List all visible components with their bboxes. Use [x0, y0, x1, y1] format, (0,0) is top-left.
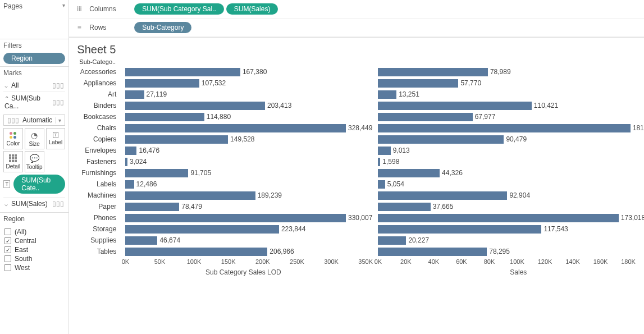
region-option-west[interactable]: West [3, 263, 65, 272]
filter-pill-region[interactable]: Region [3, 53, 65, 64]
region-option-central[interactable]: ✓Central [3, 236, 65, 245]
region-option-south[interactable]: South [3, 254, 65, 263]
category-label[interactable]: Fasteners [77, 156, 120, 167]
label-button[interactable]: T Label [46, 128, 66, 149]
bar-row[interactable]: 27,119 [125, 89, 372, 100]
category-label[interactable]: Phones [77, 212, 120, 223]
bar-row[interactable]: 9,013 [378, 145, 644, 156]
bar-row[interactable]: 330,007 [125, 212, 372, 223]
category-label[interactable]: Chairs [77, 122, 120, 134]
marks-label: Marks [3, 69, 65, 77]
column-pill[interactable]: SUM(Sales) [226, 3, 278, 15]
category-label[interactable]: Art [77, 89, 120, 100]
sheet-title[interactable]: Sheet 5 [69, 38, 644, 58]
bar-row[interactable]: 57,770 [378, 77, 644, 89]
pages-shelf[interactable]: Pages ▾ [0, 0, 68, 39]
data-label: 328,449 [348, 124, 372, 132]
bar-row[interactable]: 13,251 [378, 89, 644, 100]
color-button[interactable]: Color [3, 128, 23, 149]
region-option-all[interactable]: (All) [3, 227, 65, 236]
checkbox-icon: ✓ [4, 237, 11, 244]
bar-row[interactable]: 110,421 [378, 100, 644, 111]
category-label[interactable]: Appliances [77, 77, 120, 89]
bar-row[interactable]: 149,528 [125, 134, 372, 145]
bar-row[interactable]: 78,295 [378, 246, 644, 257]
axis-tick: 80K [484, 258, 495, 265]
data-label: 78,989 [490, 68, 511, 76]
bar [378, 113, 472, 121]
axis-tick: 0K [122, 258, 129, 265]
bar-row[interactable]: 181,491 [378, 122, 644, 134]
marks-row-sum-subcat[interactable]: ⌃SUM(Sub Ca... ▯▯▯ [3, 92, 65, 112]
bar-row[interactable]: 37,665 [378, 201, 644, 212]
bar-row[interactable]: 223,844 [125, 223, 372, 235]
text-encoding-icon[interactable]: T [3, 180, 10, 188]
data-label: 20,227 [408, 236, 429, 244]
bar-row[interactable]: 91,705 [125, 167, 372, 179]
tooltip-button[interactable]: 💬 Tooltip [25, 151, 44, 172]
category-label[interactable]: Tables [77, 246, 120, 257]
bar-row[interactable]: 107,532 [125, 77, 372, 89]
category-label[interactable]: Copiers [77, 134, 120, 145]
mark-type-select[interactable]: ▯▯▯ Automatic ▾ [3, 115, 65, 126]
bar [125, 113, 204, 121]
bar-row[interactable]: 78,989 [378, 66, 644, 77]
region-option-east[interactable]: ✓East [3, 245, 65, 254]
checkbox-icon [4, 255, 11, 262]
bar-row[interactable]: 44,326 [378, 167, 644, 179]
bar [125, 135, 228, 144]
column-pill[interactable]: SUM(Sub Category Sal.. [134, 3, 223, 15]
marks-row-all[interactable]: ⌵All ▯▯▯ [3, 79, 65, 92]
bar-row[interactable]: 167,380 [125, 66, 372, 77]
marks-row-sum-sales[interactable]: ⌵SUM(Sales) ▯▯▯ [3, 197, 65, 210]
bar-row[interactable]: 206,966 [125, 246, 372, 257]
marks-label-pill-row: T SUM(Sub Cate.. [3, 175, 65, 194]
filters-shelf[interactable]: Filters Region [0, 39, 68, 67]
data-label: 117,543 [543, 225, 568, 233]
bar-row[interactable]: 1,598 [378, 156, 644, 167]
chevron-down-icon: ⌵ [4, 201, 11, 207]
category-label[interactable]: Furnishings [77, 167, 120, 179]
category-label[interactable]: Binders [77, 100, 120, 111]
bar [125, 124, 346, 132]
bar-row[interactable]: 203,413 [125, 100, 372, 111]
bar-row[interactable]: 5,054 [378, 179, 644, 190]
axis-tick: 160K [593, 258, 608, 265]
bar-row[interactable]: 117,543 [378, 223, 644, 235]
label-pill-sum-subcat[interactable]: SUM(Sub Cate.. [13, 175, 65, 194]
category-label[interactable]: Bookcases [77, 111, 120, 122]
category-label[interactable]: Machines [77, 190, 120, 201]
bar-row[interactable]: 92,904 [378, 190, 644, 201]
category-label[interactable]: Envelopes [77, 145, 120, 156]
bar-row[interactable]: 12,486 [125, 179, 372, 190]
bar-row[interactable]: 189,239 [125, 190, 372, 201]
columns-shelf[interactable]: iii Columns SUM(Sub Category Sal..SUM(Sa… [69, 0, 644, 19]
bar-row[interactable]: 20,227 [378, 235, 644, 246]
detail-button[interactable]: Detail [3, 151, 23, 172]
bar-row[interactable]: 3,024 [125, 156, 372, 167]
bar-row[interactable]: 90,479 [378, 134, 644, 145]
category-label[interactable]: Paper [77, 201, 120, 212]
bar-row[interactable]: 16,476 [125, 145, 372, 156]
category-label[interactable]: Accessories [77, 66, 120, 77]
bar-row[interactable]: 67,977 [378, 111, 644, 122]
rows-icon: ≡ [75, 24, 84, 31]
rows-shelf[interactable]: ≡ Rows Sub-Category [69, 19, 644, 37]
chart-sales[interactable]: 78,98957,77013,251110,42167,977181,49190… [378, 66, 644, 267]
pages-dropdown-icon[interactable]: ▾ [62, 2, 65, 8]
bar-row[interactable]: 173,018 [378, 212, 644, 223]
data-label: 90,479 [506, 135, 527, 143]
bar-row[interactable]: 46,674 [125, 235, 372, 246]
size-button[interactable]: ◔ Size [25, 128, 44, 149]
bar-row[interactable]: 78,479 [125, 201, 372, 212]
category-label[interactable]: Labels [77, 179, 120, 190]
row-pill[interactable]: Sub-Category [134, 22, 191, 33]
chart-lod[interactable]: 167,380107,53227,119203,413114,880328,44… [125, 66, 372, 267]
category-label[interactable]: Supplies [77, 235, 120, 246]
bar-row[interactable]: 328,449 [125, 122, 372, 134]
category-label[interactable]: Storage [77, 223, 120, 235]
bar-row[interactable]: 114,880 [125, 111, 372, 122]
dropdown-icon: ▾ [56, 117, 61, 123]
data-label: 330,007 [348, 214, 372, 222]
columns-icon: iii [75, 5, 84, 13]
